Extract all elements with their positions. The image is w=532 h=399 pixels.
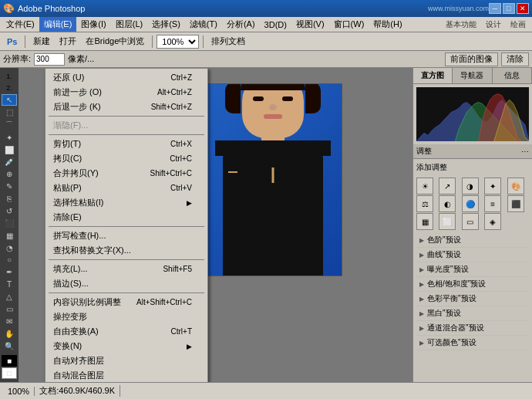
preset-bw[interactable]: ▶ 黑白"预设 xyxy=(416,306,529,321)
paint-label: 绘画 xyxy=(506,19,530,30)
resolution-input[interactable] xyxy=(34,53,65,66)
tool-shape[interactable]: ▭ xyxy=(2,303,17,315)
menu-image[interactable]: 图像(I) xyxy=(76,17,110,32)
adj-bw[interactable]: ◐ xyxy=(439,195,456,212)
adj-photo-filter[interactable]: 🔵 xyxy=(462,195,479,212)
tool-hand[interactable]: ✋ xyxy=(2,328,17,340)
menu-select[interactable]: 选择(S) xyxy=(147,17,185,32)
tab-histogram[interactable]: 直方图 xyxy=(413,68,453,83)
dd-paste[interactable]: 粘贴(P) Ctrl+V xyxy=(45,181,207,195)
preset-hsl[interactable]: ▶ 色相/饱和度"预设 xyxy=(416,277,529,292)
dd-auto-align[interactable]: 自动对齐图层 xyxy=(45,353,207,368)
close-button[interactable]: ✕ xyxy=(517,3,529,14)
tool-brush[interactable]: ✎ xyxy=(2,181,17,192)
preset-levels[interactable]: ▶ 色阶"预设 xyxy=(416,233,529,248)
open-button[interactable]: 打开 xyxy=(56,34,80,49)
dd-puppet-warp[interactable]: 操控变形 xyxy=(45,309,207,324)
tab-navigator[interactable]: 导航器 xyxy=(453,68,492,83)
tool-move[interactable]: ↖ xyxy=(2,94,17,106)
toolbar-ps-icon[interactable]: Ps xyxy=(3,34,21,49)
adj-invert[interactable]: ⬛ xyxy=(507,195,524,212)
dd-clear[interactable]: 清除(E) xyxy=(45,210,207,225)
dd-fill[interactable]: 填充(L)... Shift+F5 xyxy=(45,262,207,276)
dd-step-back[interactable]: 后退一步 (K) Shift+Ctrl+Z xyxy=(45,100,207,114)
menu-file[interactable]: 文件(E) xyxy=(2,17,39,32)
minimize-button[interactable]: ─ xyxy=(489,3,501,14)
dd-sep5 xyxy=(49,292,204,293)
dd-copy[interactable]: 拷贝(C) Ctrl+C xyxy=(45,151,207,166)
dd-transform[interactable]: 变换(N) ▶ xyxy=(45,339,207,353)
preset-curves[interactable]: ▶ 曲线"预设 xyxy=(416,248,529,262)
doc-info-status: 文档:460.9K/460.9K xyxy=(35,385,120,397)
preset-exposure[interactable]: ▶ 曝光度"预设 xyxy=(416,262,529,277)
browse-button[interactable]: 在Bridge中浏览 xyxy=(82,34,148,49)
preset-channelmix[interactable]: ▶ 通道混合器"预设 xyxy=(416,321,529,336)
preset-selective[interactable]: ▶ 可选颜色"预设 xyxy=(416,336,529,350)
dd-paste-special[interactable]: 选择性粘贴(I) ▶ xyxy=(45,195,207,210)
adj-selective-color[interactable]: ◈ xyxy=(484,213,501,230)
dd-free-transform[interactable]: 自由变换(A) Ctrl+T xyxy=(45,324,207,339)
tool-stamp[interactable]: ⎘ xyxy=(2,193,17,205)
adj-curves[interactable]: ↗ xyxy=(439,178,456,194)
adj-hsl[interactable]: 🎨 xyxy=(507,178,524,194)
tool-pen[interactable]: ✒ xyxy=(2,266,17,278)
extra-toolbar-label: 基本功能 xyxy=(441,19,481,30)
adj-channelmix[interactable]: ≡ xyxy=(484,195,501,212)
dd-cut[interactable]: 剪切(T) Ctrl+X xyxy=(45,137,207,151)
menu-layer[interactable]: 图层(L) xyxy=(111,17,147,32)
dd-undo[interactable]: 还原 (U) Ctrl+Z xyxy=(45,70,207,85)
dd-content-aware[interactable]: 内容识别比例调整 Alt+Shift+Ctrl+C xyxy=(45,295,207,309)
zoom-select[interactable]: 100% 50% 200% xyxy=(157,35,199,49)
dd-fade: 渐隐(F)... xyxy=(45,118,207,133)
histogram-display xyxy=(416,87,529,141)
maximize-button[interactable]: □ xyxy=(503,3,515,14)
adj-threshold[interactable]: ⬜ xyxy=(439,213,456,230)
dd-auto-blend[interactable]: 自动混合图层 xyxy=(45,368,207,382)
background-color[interactable]: □ xyxy=(2,367,17,379)
tool-history[interactable]: ↺ xyxy=(2,205,17,217)
tool-zoom[interactable]: 🔍 xyxy=(2,340,17,352)
menu-analyze[interactable]: 分析(A) xyxy=(222,17,260,32)
secondary-toolbar: 分辨率: 像素/... 前面的图像 清除 xyxy=(0,51,532,68)
new-button[interactable]: 新建 xyxy=(29,34,54,49)
dd-stroke[interactable]: 描边(S)... xyxy=(45,276,207,291)
tool-dodge[interactable]: ○ xyxy=(2,255,17,266)
adj-colorbalance[interactable]: ⚖ xyxy=(416,195,433,212)
tool-path[interactable]: △ xyxy=(2,291,17,303)
menu-window[interactable]: 窗口(W) xyxy=(329,17,369,32)
arrange-button[interactable]: 排列文档 xyxy=(207,34,249,49)
menu-3d[interactable]: 3D(D) xyxy=(260,19,291,31)
tool-magic-wand[interactable]: ✦ xyxy=(2,132,17,144)
tool-lasso[interactable]: ⌒ xyxy=(2,119,17,131)
tool-notes[interactable]: ✉ xyxy=(2,316,17,327)
adj-posterize[interactable]: ▦ xyxy=(416,213,433,230)
clear-button[interactable]: 清除 xyxy=(501,52,529,66)
tool-blur[interactable]: ◔ xyxy=(2,242,17,254)
tab-info[interactable]: 信息 xyxy=(493,68,532,83)
adj-vibrance[interactable]: ✦ xyxy=(484,178,501,194)
tool-healing[interactable]: ⊕ xyxy=(2,168,17,180)
app-icon: 🎨 xyxy=(3,3,15,14)
adj-exposure[interactable]: ◑ xyxy=(462,178,479,194)
adj-brightness[interactable]: ☀ xyxy=(416,178,433,194)
tool-gradient[interactable]: ▦ xyxy=(2,230,17,242)
dd-merge-copy[interactable]: 合并拷贝(Y) Shift+Ctrl+C xyxy=(45,166,207,181)
tool-eyedropper[interactable]: 💉 xyxy=(2,157,17,168)
dd-spell-check[interactable]: 拼写检查(H)... xyxy=(45,228,207,243)
foreground-color[interactable]: ■ xyxy=(2,355,17,367)
tool-crop[interactable]: ⬜ xyxy=(2,144,17,156)
dd-find-replace[interactable]: 查找和替换文字(X)... xyxy=(45,243,207,258)
resolution-label: 分辨率: xyxy=(3,53,31,65)
dd-step-forward[interactable]: 前进一步 (O) Alt+Ctrl+Z xyxy=(45,85,207,100)
menu-edit[interactable]: 编辑(E) xyxy=(39,17,77,32)
preset-colorbalance[interactable]: ▶ 色彩平衡"预设 xyxy=(416,292,529,306)
canvas-area: 还原 (U) Ctrl+Z 前进一步 (O) Alt+Ctrl+Z 后退一步 (… xyxy=(19,68,412,382)
tool-eraser[interactable]: ⬛ xyxy=(2,218,17,229)
menu-view[interactable]: 视图(V) xyxy=(291,17,329,32)
tool-marquee[interactable]: ⬚ xyxy=(2,107,17,118)
tool-type[interactable]: T xyxy=(2,279,17,290)
menu-help[interactable]: 帮助(H) xyxy=(369,17,406,32)
adj-gradient-map[interactable]: ▭ xyxy=(462,213,479,230)
menu-filter[interactable]: 滤镜(T) xyxy=(185,17,222,32)
front-image-button[interactable]: 前面的图像 xyxy=(445,52,498,66)
